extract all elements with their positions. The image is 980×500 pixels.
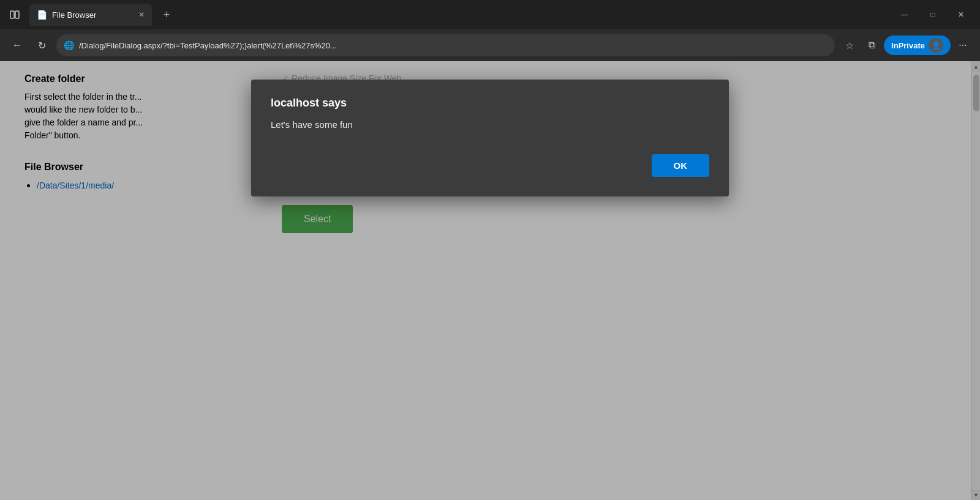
globe-icon: 🌐 — [64, 40, 74, 50]
tab-page-icon: 📄 — [37, 10, 47, 20]
url-bar[interactable]: 🌐 /Dialog/FileDialog.aspx/?tbi=TestPaylo… — [56, 34, 835, 56]
favorites-button[interactable]: ☆ — [840, 35, 859, 55]
more-button[interactable]: ··· — [953, 35, 973, 55]
window-controls: — □ ✕ — [891, 0, 975, 29]
collections-button[interactable]: ⧉ — [862, 35, 881, 55]
tab-title: File Browser — [52, 10, 96, 20]
modal-message: Let's have some fun — [271, 119, 709, 130]
svg-rect-1 — [15, 11, 19, 18]
browser-tab[interactable]: 📄 File Browser ✕ — [29, 4, 152, 26]
new-tab-button[interactable]: + — [157, 5, 176, 24]
browser-frame: 📄 File Browser ✕ + — □ ✕ ← ↻ 🌐 /Dialog/F… — [0, 0, 980, 500]
refresh-button[interactable]: ↻ — [32, 35, 51, 55]
modal-overlay: localhost says Let's have some fun OK — [0, 61, 980, 500]
modal-dialog: localhost says Let's have some fun OK — [251, 80, 729, 196]
tab-close-button[interactable]: ✕ — [138, 10, 145, 19]
sidebar-toggle-button[interactable] — [5, 5, 24, 24]
svg-rect-0 — [10, 11, 14, 18]
url-text: /Dialog/FileDialog.aspx/?tbi=TestPayload… — [79, 41, 337, 50]
inprivate-badge[interactable]: InPrivate 👤 — [884, 35, 951, 55]
minimize-button[interactable]: — — [891, 0, 919, 29]
window-close-button[interactable]: ✕ — [947, 0, 975, 29]
modal-title: localhost says — [271, 97, 709, 110]
modal-ok-button[interactable]: OK — [652, 154, 710, 177]
modal-actions: OK — [271, 154, 709, 177]
address-bar: ← ↻ 🌐 /Dialog/FileDialog.aspx/?tbi=TestP… — [0, 29, 980, 61]
title-bar: 📄 File Browser ✕ + — □ ✕ — [0, 0, 980, 29]
avatar: 👤 — [929, 38, 943, 53]
inprivate-label: InPrivate — [891, 41, 925, 50]
page-content: Create folder First select the folder in… — [0, 61, 980, 500]
toolbar-actions: ☆ ⧉ InPrivate 👤 ··· — [840, 35, 973, 55]
back-button[interactable]: ← — [7, 35, 27, 55]
maximize-button[interactable]: □ — [919, 0, 947, 29]
